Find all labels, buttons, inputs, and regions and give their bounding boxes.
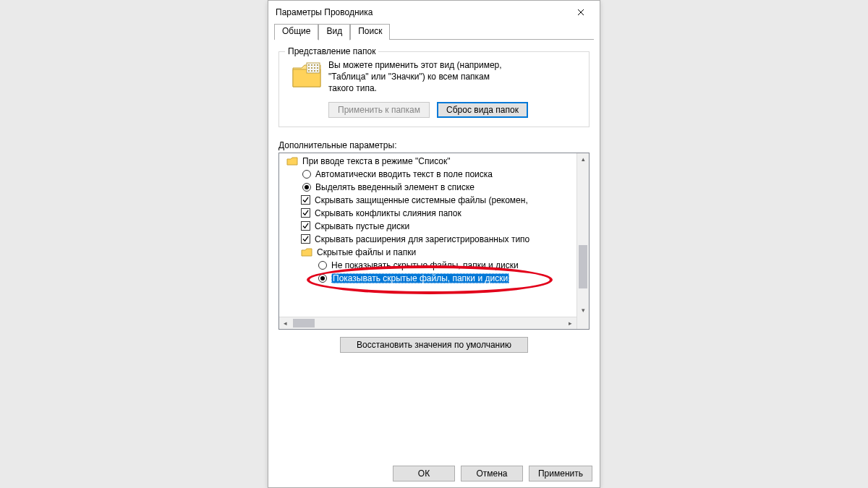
tab-general[interactable]: Общие <box>274 24 318 40</box>
selected-item-label: Показывать скрытые файлы, папки и диски <box>331 273 509 283</box>
tab-strip: Общие Вид Поиск <box>268 24 600 40</box>
apply-button[interactable]: Применить <box>529 466 592 481</box>
window-title: Параметры Проводника <box>276 7 565 17</box>
tree-radio-dont-show-hidden[interactable]: Не показывать скрытые файлы, папки и дис… <box>279 259 589 272</box>
svg-rect-12 <box>317 70 318 72</box>
horizontal-scrollbar[interactable]: ◂ ▸ <box>279 317 589 329</box>
checkbox-icon <box>301 195 310 205</box>
dialog-footer: ОК Отмена Применить <box>268 460 600 487</box>
svg-rect-2 <box>311 64 312 66</box>
folder-views-legend: Представление папок <box>285 46 378 56</box>
svg-rect-3 <box>314 64 315 66</box>
reset-folders-button[interactable]: Сброс вида папок <box>437 102 528 118</box>
tree-viewport: При вводе текста в режиме "Список" Автом… <box>279 153 589 317</box>
cancel-button[interactable]: Отмена <box>461 466 523 481</box>
close-icon <box>577 9 584 16</box>
folder-options-dialog: Параметры Проводника Общие Вид Поиск Пре… <box>268 0 600 488</box>
tree-check-hide-merge-conflicts[interactable]: Скрывать конфликты слияния папок <box>279 207 589 220</box>
svg-rect-11 <box>314 70 315 72</box>
tree-group-hidden-files[interactable]: Скрытые файлы и папки <box>279 246 589 259</box>
scroll-corner <box>576 317 589 329</box>
tab-view[interactable]: Вид <box>318 24 350 40</box>
folder-icon <box>286 156 298 166</box>
svg-rect-9 <box>308 70 310 72</box>
advanced-settings-label: Дополнительные параметры: <box>278 140 590 150</box>
close-button[interactable] <box>565 1 597 23</box>
ok-button[interactable]: ОК <box>393 466 455 481</box>
tree-check-hide-empty-drives[interactable]: Скрывать пустые диски <box>279 220 589 233</box>
scroll-right-icon[interactable]: ▸ <box>564 317 576 329</box>
radio-icon <box>318 274 327 283</box>
checkbox-icon <box>301 234 310 244</box>
radio-icon <box>318 261 327 270</box>
tree-radio-show-hidden[interactable]: Показывать скрытые файлы, папки и диски <box>279 272 589 285</box>
advanced-settings-tree: При вводе текста в режиме "Список" Автом… <box>278 153 590 330</box>
radio-icon <box>302 183 311 192</box>
apply-to-folders-button: Применить к папкам <box>328 102 430 118</box>
svg-rect-1 <box>308 64 310 66</box>
folder-icon <box>291 61 323 90</box>
folder-views-group: Представление папок Вы можете применить … <box>278 51 590 127</box>
scroll-down-icon[interactable]: ▾ <box>577 304 590 317</box>
scroll-track[interactable] <box>292 317 564 329</box>
checkbox-icon <box>301 208 310 218</box>
tree-radio-auto-search[interactable]: Автоматически вводить текст в поле поиск… <box>279 168 589 181</box>
tree-group-list-typing[interactable]: При вводе текста в режиме "Список" <box>279 155 589 168</box>
scroll-thumb[interactable] <box>293 319 315 328</box>
scroll-thumb[interactable] <box>579 245 587 288</box>
radio-icon <box>302 170 311 179</box>
scroll-up-icon[interactable]: ▴ <box>577 153 590 166</box>
folder-icon <box>301 247 312 257</box>
restore-defaults-button[interactable]: Восстановить значения по умолчанию <box>340 337 528 353</box>
svg-rect-8 <box>317 67 318 69</box>
svg-rect-6 <box>311 67 312 69</box>
svg-rect-10 <box>311 70 312 72</box>
tab-search[interactable]: Поиск <box>350 24 390 40</box>
tree-check-hide-protected[interactable]: Скрывать защищенные системные файлы (рек… <box>279 194 589 207</box>
tab-body-view: Представление папок Вы можете применить … <box>268 40 600 460</box>
svg-rect-7 <box>314 67 315 69</box>
svg-rect-5 <box>308 67 310 69</box>
tree-radio-select-typed[interactable]: Выделять введенный элемент в списке <box>279 181 589 194</box>
svg-rect-4 <box>317 64 318 66</box>
scroll-track[interactable] <box>577 166 589 304</box>
folder-views-description: Вы можете применить этот вид (например, … <box>328 59 502 95</box>
checkbox-icon <box>301 221 310 231</box>
scroll-left-icon[interactable]: ◂ <box>279 317 292 329</box>
titlebar: Параметры Проводника <box>268 1 600 24</box>
vertical-scrollbar[interactable]: ▴ ▾ <box>576 153 589 317</box>
tree-check-hide-extensions[interactable]: Скрывать расширения для зарегистрированн… <box>279 233 589 246</box>
